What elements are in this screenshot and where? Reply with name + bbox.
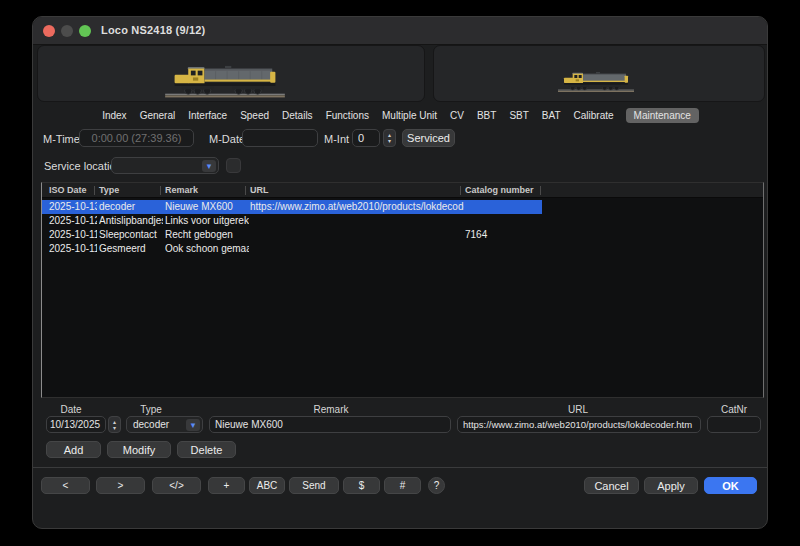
- type-label: Type: [121, 404, 181, 415]
- m-time-field[interactable]: [79, 129, 194, 147]
- modify-button[interactable]: Modify: [107, 441, 171, 458]
- service-location-extra-button[interactable]: [226, 158, 241, 173]
- column-header-iso-date[interactable]: ISO Date: [49, 185, 87, 195]
- m-time-label: M-Time: [43, 133, 80, 145]
- cancel-button[interactable]: Cancel: [584, 477, 639, 494]
- cell-remark: Recht gebogen: [165, 229, 249, 240]
- abc-button[interactable]: ABC: [249, 477, 285, 494]
- tab-maintenance[interactable]: Maintenance: [626, 108, 699, 123]
- minimize-window-icon[interactable]: [61, 25, 73, 37]
- remark-label: Remark: [301, 404, 361, 415]
- locomotive-photo: [162, 51, 288, 99]
- cell-catalog: 7164: [465, 229, 539, 240]
- cell-url: https://www.zimo.at/web2010/products/lok…: [250, 201, 464, 212]
- chevron-down-icon: ▾: [186, 419, 200, 431]
- loco-thumbnail-panel: [433, 45, 765, 102]
- type-combobox[interactable]: decoder ▾: [126, 416, 203, 433]
- date-label: Date: [41, 404, 101, 415]
- type-value: decoder: [133, 419, 169, 430]
- tab-bbt[interactable]: BBT: [476, 108, 497, 123]
- loco-window: Loco NS2418 (9/12): [32, 16, 768, 529]
- column-divider: [245, 186, 246, 195]
- tab-multiple-unit[interactable]: Multiple Unit: [381, 108, 438, 123]
- title-bar[interactable]: Loco NS2418 (9/12): [33, 17, 767, 45]
- tab-general[interactable]: General: [139, 108, 177, 123]
- url-label: URL: [548, 404, 608, 415]
- cell-type: Antislipbandjes: [99, 215, 163, 226]
- m-int-stepper[interactable]: ▴ ▾: [383, 129, 396, 147]
- cell-remark: Ook schoon gemaakt.: [165, 243, 249, 254]
- cell-type: Gesmeerd: [99, 243, 163, 254]
- url-field[interactable]: [457, 416, 701, 433]
- column-divider: [540, 186, 541, 195]
- column-header-catalog-number[interactable]: Catalog number: [465, 185, 534, 195]
- service-location-label: Service location: [44, 160, 122, 172]
- table-row-selected[interactable]: 2025-10-13 decoder Nieuwe MX600 https://…: [42, 200, 763, 214]
- ok-button[interactable]: OK: [704, 477, 757, 494]
- tab-sbt[interactable]: SBT: [508, 108, 529, 123]
- send-button[interactable]: Send: [289, 477, 339, 494]
- column-header-remark[interactable]: Remark: [165, 185, 198, 195]
- tab-bat[interactable]: BAT: [541, 108, 562, 123]
- m-int-field[interactable]: [352, 129, 380, 147]
- tab-speed[interactable]: Speed: [239, 108, 270, 123]
- remark-field[interactable]: [209, 416, 451, 433]
- maintenance-table[interactable]: ISO Date Type Remark URL Catalog number …: [41, 182, 764, 398]
- toolbar-separator: [33, 467, 767, 468]
- cell-remark: Nieuwe MX600: [165, 201, 249, 212]
- cell-iso-date: 2025-10-12: [49, 215, 97, 226]
- delete-button[interactable]: Delete: [177, 441, 236, 458]
- date-stepper[interactable]: ▴ ▾: [108, 416, 121, 433]
- chevron-down-icon: ▾: [202, 160, 216, 172]
- close-window-icon[interactable]: [43, 25, 55, 37]
- column-divider: [460, 186, 461, 195]
- table-row[interactable]: 2025-10-12 Antislipbandjes Links voor ui…: [42, 214, 763, 228]
- stepper-down-icon: ▾: [113, 425, 116, 431]
- column-divider: [160, 186, 161, 195]
- m-int-label: M-Int: [324, 133, 349, 145]
- loco-photo-panel: [37, 45, 425, 102]
- m-date-field[interactable]: [242, 129, 318, 147]
- serviced-button[interactable]: Serviced: [402, 129, 455, 147]
- tab-interface[interactable]: Interface: [187, 108, 228, 123]
- locomotive-thumbnail: [556, 65, 636, 93]
- apply-button[interactable]: Apply: [644, 477, 698, 494]
- tab-calibrate[interactable]: Calibrate: [573, 108, 615, 123]
- table-header[interactable]: ISO Date Type Remark URL Catalog number: [42, 183, 763, 198]
- service-location-combobox[interactable]: ▾: [111, 157, 219, 174]
- dollar-button[interactable]: $: [343, 477, 380, 494]
- tab-cv[interactable]: CV: [449, 108, 465, 123]
- column-header-url[interactable]: URL: [250, 185, 269, 195]
- hash-button[interactable]: #: [384, 477, 421, 494]
- plus-button[interactable]: +: [208, 477, 245, 494]
- table-row[interactable]: 2025-10-11 Gesmeerd Ook schoon gemaakt.: [42, 242, 763, 256]
- cell-type: decoder: [99, 201, 163, 212]
- cell-iso-date: 2025-10-11: [49, 229, 97, 240]
- cell-iso-date: 2025-10-11: [49, 243, 97, 254]
- help-button[interactable]: ?: [428, 477, 445, 494]
- cell-iso-date: 2025-10-13: [49, 201, 97, 212]
- window-title: Loco NS2418 (9/12): [101, 24, 205, 36]
- stepper-down-icon: ▾: [388, 138, 391, 144]
- cell-remark: Links voor uitgerekt.: [165, 215, 249, 226]
- code-button[interactable]: </>: [152, 477, 201, 494]
- forward-button[interactable]: >: [96, 477, 145, 494]
- catnr-label: CatNr: [704, 404, 764, 415]
- tab-functions[interactable]: Functions: [325, 108, 370, 123]
- back-button[interactable]: <: [41, 477, 90, 494]
- catnr-field[interactable]: [707, 416, 761, 433]
- table-row[interactable]: 2025-10-11 Sleepcontact Recht gebogen 71…: [42, 228, 763, 242]
- column-header-type[interactable]: Type: [99, 185, 119, 195]
- zoom-window-icon[interactable]: [79, 25, 91, 37]
- tab-details[interactable]: Details: [281, 108, 314, 123]
- m-date-label: M-Date: [209, 133, 245, 145]
- add-button[interactable]: Add: [46, 441, 101, 458]
- tab-index[interactable]: Index: [101, 108, 127, 123]
- tab-bar: Index General Interface Speed Details Fu…: [33, 107, 767, 123]
- date-field[interactable]: [46, 416, 106, 433]
- column-divider: [94, 186, 95, 195]
- cell-type: Sleepcontact: [99, 229, 163, 240]
